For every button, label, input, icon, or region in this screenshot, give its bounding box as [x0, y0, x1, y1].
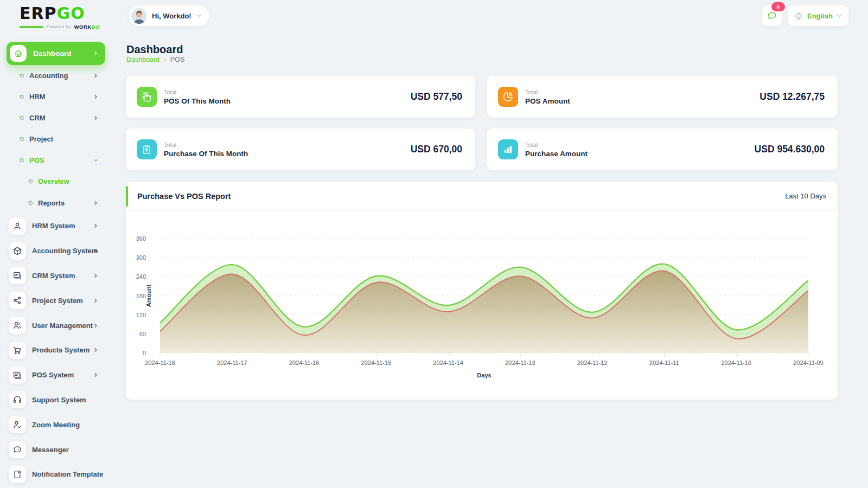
sidebar-item-label: Support System — [32, 396, 86, 404]
x-axis-tick-label: 2024-11-12 — [577, 359, 607, 366]
page-title: Dashboard — [126, 43, 183, 56]
sidebar-item-accounting[interactable]: Accounting — [0, 65, 113, 86]
chevron-right-icon — [93, 73, 99, 79]
sidebar-item-project[interactable]: Project — [0, 129, 113, 150]
sidebar-item-label: Dashboard — [33, 49, 72, 57]
sidebar-item-label: Accounting System — [32, 247, 98, 255]
chevron-down-icon — [837, 13, 842, 18]
app-window-icon — [9, 267, 26, 284]
y-axis-tick-label: 180 — [136, 293, 146, 299]
sidebar-item-pos[interactable]: POS — [0, 150, 113, 171]
hand-click-icon — [137, 87, 157, 107]
user-icon — [9, 217, 26, 235]
stat-value: USD 954.630,00 — [755, 144, 825, 155]
chevron-right-icon — [93, 298, 99, 304]
user-check-icon — [9, 416, 26, 433]
sidebar-item-label: Notification Template — [32, 470, 103, 478]
chart-card: Purchase Vs POS Report Last 10 Days 0601… — [126, 182, 838, 400]
stat-caption: Total — [164, 142, 248, 148]
sidebar-item-label: Project System — [32, 297, 83, 305]
bullet-icon — [20, 115, 24, 120]
x-axis-tick-label: 2024-11-14 — [433, 359, 463, 366]
chevron-right-icon — [93, 94, 99, 100]
stat-title: POS Amount — [525, 97, 570, 105]
x-axis-tick-label: 2024-11-17 — [217, 359, 247, 366]
sidebar-item-pos-system[interactable]: POS System — [0, 363, 113, 388]
sidebar-item-hrm[interactable]: HRM — [0, 86, 113, 107]
powered-by-label: Powered By — [47, 24, 71, 29]
x-axis-tick-label: 2024-11-11 — [649, 359, 679, 366]
stat-title: POS Of This Month — [164, 97, 231, 105]
sidebar-item-products-system[interactable]: Products System — [0, 338, 113, 363]
chevron-right-icon — [93, 248, 99, 254]
stat-value: USD 670,00 — [411, 144, 462, 155]
clipboard-dollar-icon — [137, 139, 157, 159]
stat-title: Purchase Amount — [525, 150, 588, 158]
x-axis-tick-label: 2024-11-13 — [505, 359, 535, 366]
notification-count-badge: 0 — [771, 2, 785, 11]
y-axis-title: Amount — [145, 284, 152, 307]
sidebar-item-crm-system[interactable]: CRM System — [0, 264, 113, 288]
x-axis-tick-label: 2024-11-16 — [289, 359, 319, 366]
share-nodes-icon — [9, 292, 26, 309]
globe-icon — [794, 11, 803, 21]
y-axis-tick-label: 60 — [139, 331, 146, 337]
sidebar-item-support-system[interactable]: Support System — [0, 388, 113, 413]
x-axis-tick-label: 2024-11-09 — [793, 359, 823, 366]
sidebar-item-overview[interactable]: Overview — [0, 171, 113, 192]
breadcrumb: Dashboard › POS — [126, 56, 184, 63]
sidebar-item-label: Zoom Meeting — [32, 421, 80, 429]
breadcrumb-dashboard-link[interactable]: Dashboard — [126, 56, 159, 63]
x-axis-title: Days — [477, 372, 491, 378]
sidebar-item-user-management[interactable]: User Management — [0, 313, 113, 338]
breadcrumb-separator: › — [164, 56, 166, 63]
chart-title: Purchase Vs POS Report — [137, 192, 231, 201]
sidebar-item-label: Accounting — [29, 72, 68, 80]
sidebar-item-notification-template[interactable]: Notification Template — [0, 462, 113, 487]
sidebar-item-dashboard[interactable]: Dashboard — [7, 42, 105, 65]
y-axis-tick-label: 360 — [136, 235, 146, 242]
chevron-right-icon — [93, 323, 99, 329]
chevron-right-icon — [93, 200, 99, 206]
sidebar-item-label: CRM System — [32, 272, 75, 280]
notifications-button[interactable]: 0 — [762, 5, 782, 26]
sidebar-item-reports[interactable]: Reports — [0, 192, 113, 214]
y-axis-tick-label: 0 — [143, 350, 146, 356]
notification-template-icon — [9, 466, 26, 483]
app-logo[interactable]: ERPGO Powered By WORKDO — [20, 5, 100, 30]
chat-icon — [767, 10, 777, 21]
sidebar-item-zoom-meeting[interactable]: Zoom Meeting — [0, 412, 113, 437]
stat-card-pos-of-this-month: TotalPOS Of This MonthUSD 577,50 — [126, 76, 475, 118]
sidebar-item-label: CRM — [29, 114, 46, 122]
language-selector[interactable]: English — [788, 5, 848, 26]
stat-value: USD 577,50 — [411, 91, 462, 102]
stat-card-pos-amount: TotalPOS AmountUSD 12.267,75 — [487, 76, 838, 118]
sidebar: ERPGO Powered By WORKDO DashboardAccount… — [0, 0, 113, 488]
sidebar-item-hrm-system[interactable]: HRM System — [0, 214, 113, 239]
sidebar-item-messenger[interactable]: Messenger — [0, 437, 113, 462]
chevron-right-icon — [93, 347, 99, 353]
breadcrumb-current: POS — [170, 56, 184, 63]
sidebar-item-crm[interactable]: CRM — [0, 107, 113, 129]
logo-text: ERPGO — [20, 5, 100, 22]
cube-icon — [9, 242, 26, 260]
chart-card-header: Purchase Vs POS Report Last 10 Days — [126, 182, 838, 211]
stat-cards: TotalPOS Of This MonthUSD 577,50TotalPOS… — [126, 76, 838, 170]
sidebar-item-accounting-system[interactable]: Accounting System — [0, 239, 113, 264]
bullet-icon — [28, 201, 33, 206]
sidebar-item-label: Products System — [32, 346, 90, 354]
bullet-icon — [20, 158, 24, 163]
language-label: English — [807, 12, 833, 20]
chevron-right-icon — [93, 273, 99, 279]
stat-caption: Total — [164, 89, 231, 95]
logo-underline — [20, 26, 43, 28]
x-axis-tick-label: 2024-11-18 — [145, 359, 175, 366]
sidebar-item-project-system[interactable]: Project System — [0, 288, 113, 313]
chart-svg: 0601201802403003602024-11-182024-11-1720… — [126, 211, 838, 400]
chevron-right-icon — [93, 372, 99, 378]
purchase-vs-pos-chart: 0601201802403003602024-11-182024-11-1720… — [126, 211, 838, 400]
chevron-right-icon — [93, 50, 99, 56]
accent-bar — [126, 186, 128, 207]
user-menu-button[interactable]: Hi, Workdo! — [129, 5, 209, 26]
stat-card-purchase-of-this-month: TotalPurchase Of This MonthUSD 670,00 — [126, 129, 475, 170]
